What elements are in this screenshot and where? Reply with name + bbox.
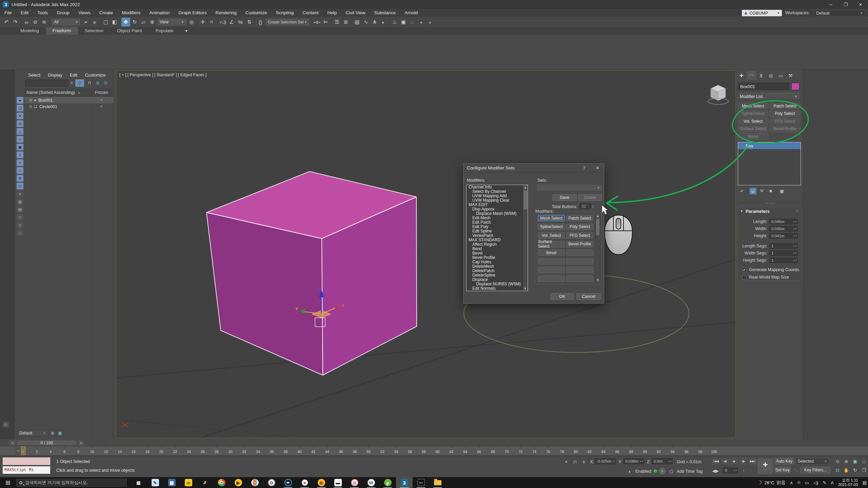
scene-object-row[interactable]: ⊙❏Circle001✳ <box>24 103 113 110</box>
menu-group[interactable]: Group <box>53 9 74 17</box>
display-frozen-icon[interactable]: ❄ <box>17 175 23 182</box>
select-and-scale-icon[interactable]: ▱ <box>139 18 148 26</box>
ribbon-tab-object-paint[interactable]: Object Paint <box>110 27 149 35</box>
menu-help[interactable]: Help <box>323 9 341 17</box>
make-unique-icon[interactable]: Ψ <box>758 188 765 195</box>
close-button[interactable]: ✕ <box>853 0 868 9</box>
taskbar-app-chrome[interactable] <box>213 477 230 488</box>
auto-key-button[interactable]: Auto Key <box>774 458 794 465</box>
panel-modifier-button[interactable]: Patch Select <box>770 103 800 109</box>
snaps-toggle-icon[interactable]: ∩3 <box>218 18 227 26</box>
filter-button[interactable]: ▽ <box>75 79 84 87</box>
menu-file[interactable]: File <box>0 9 16 17</box>
modifier-grid-button[interactable]: Vol. Select <box>538 232 565 239</box>
taskbar-app-cmd[interactable]: C:\ <box>413 477 429 488</box>
material-editor-icon[interactable]: ◐ <box>379 18 388 26</box>
panel-modifier-button[interactable]: SplineSelect <box>738 110 768 117</box>
menu-arnold[interactable]: Arnold <box>400 9 422 17</box>
taskbar-app-utorrent[interactable]: µ <box>379 477 396 488</box>
filter-config-icon[interactable]: ▽ <box>17 214 23 221</box>
panel-modifier-button[interactable]: Mesh Select <box>738 103 768 109</box>
clear-search-icon[interactable]: ✕ <box>70 80 74 85</box>
taskbar-app-camera-app[interactable]: ◎ <box>346 477 363 488</box>
scroll-up-icon[interactable]: ▲ <box>523 185 528 190</box>
set-key-button[interactable]: Set Key <box>774 467 791 473</box>
select-object-icon[interactable]: ➢ <box>81 18 90 26</box>
spinner-arrows[interactable]: ▲▼ <box>793 235 797 237</box>
display-hidden-icon[interactable]: ⊙ <box>17 183 23 189</box>
key-step-icons[interactable]: ◀▶ <box>712 467 719 474</box>
display-shapes-icon[interactable]: ❏ <box>17 105 23 111</box>
go-to-start-button[interactable]: |◀◀ <box>712 458 720 465</box>
zoom-region-icon[interactable]: ⊡ <box>833 466 842 474</box>
grid-scrollbar[interactable]: ▲ ▼ <box>595 214 600 283</box>
listbox-scrollbar[interactable]: ▲ ▼ <box>522 185 528 291</box>
show-end-result-icon[interactable]: ⊔ <box>750 188 756 195</box>
current-frame-marker[interactable] <box>21 446 25 455</box>
spinner-arrows[interactable]: ▲▼ <box>793 228 797 230</box>
scroll-up-icon[interactable]: ▲ <box>596 214 600 218</box>
isolate-selection-icon[interactable]: ⌖ <box>563 459 570 465</box>
menu-animation[interactable]: Animation <box>145 9 174 17</box>
utilities-tab[interactable]: ⚒ <box>786 71 795 80</box>
modifier-grid-button-empty[interactable] <box>566 258 593 265</box>
menu-rendering[interactable]: Rendering <box>211 9 241 17</box>
zoom-icon[interactable]: ⊙ <box>833 457 842 465</box>
object-name-field[interactable]: Box001 <box>738 83 789 90</box>
checkbox-icon[interactable] <box>742 275 747 280</box>
schematic-view-icon[interactable]: ⋔ <box>370 18 379 26</box>
maxscript-mini-listener-pink[interactable] <box>3 458 50 465</box>
set-keys-button[interactable]: ✚○─ <box>757 459 773 474</box>
panel-modifier-button[interactable]: Vol. Select <box>738 118 768 124</box>
taskbar-app-3dsmax[interactable]: 3 <box>396 477 413 488</box>
align-icon[interactable]: ⊨ <box>321 18 330 26</box>
taskbar-app-capture[interactable]: ◉ <box>313 477 330 488</box>
create-tab[interactable]: ✚ <box>736 71 746 80</box>
dialog-close-button[interactable]: ✕ <box>596 165 599 170</box>
select-and-link-icon[interactable]: ∞ <box>22 18 31 26</box>
taskbar-app-task-view[interactable]: ▦ <box>130 477 147 488</box>
save-set-button[interactable]: Save <box>552 194 577 201</box>
modifier-grid-button[interactable]: Bevel Profile <box>566 241 593 247</box>
go-to-end-button[interactable]: ▶▶| <box>749 458 757 465</box>
spinner-arrows[interactable]: ▲▼ <box>793 221 797 223</box>
menu-graph-editors[interactable]: Graph Editors <box>174 9 211 17</box>
ribbon-tab-freeform[interactable]: Freeform <box>46 27 78 35</box>
delete-set-button[interactable]: Delete <box>578 194 602 201</box>
zoom-all-icon[interactable]: ⊛ <box>842 457 850 465</box>
taskbar-app-pen-tool[interactable]: ✒ <box>280 477 296 488</box>
activeshade-icon[interactable]: ● <box>426 18 434 26</box>
box001-left-face[interactable] <box>206 212 323 375</box>
start-button[interactable]: ⊞ <box>0 477 16 488</box>
modifier-grid-button[interactable]: Mesh Select <box>538 215 565 221</box>
display-tab[interactable]: ▭ <box>776 71 786 80</box>
mirror-icon[interactable]: ◅▻ <box>313 18 321 26</box>
ok-button[interactable]: OK <box>550 293 574 300</box>
reference-coordinate-dropdown[interactable]: View▼ <box>158 19 186 25</box>
modifier-grid-button-empty[interactable] <box>538 258 565 265</box>
object-color-swatch[interactable] <box>791 83 800 90</box>
spinner-arrows[interactable]: ▲▼ <box>793 252 797 254</box>
display-geometry-icon[interactable]: ● <box>17 97 23 104</box>
frozen-toggle-icon[interactable]: ✳ <box>100 98 103 102</box>
visibility-eye-icon[interactable]: ⊙ <box>29 98 32 102</box>
name-column-header[interactable]: Name (Sorted Ascending) <box>26 90 75 95</box>
keyboard-shortcut-override-icon[interactable]: ⌗ <box>207 18 216 26</box>
explorer-column-header[interactable]: Name (Sorted Ascending) ▲ Frozen <box>24 89 113 96</box>
rendered-frame-window-icon[interactable]: ▣ <box>399 18 408 26</box>
explorer-menu-edit[interactable]: Edit <box>66 71 81 79</box>
spinner-snap-icon[interactable]: ⇅ <box>245 18 254 26</box>
network-display-icon[interactable]: ▭ <box>805 480 809 485</box>
new-container-icon[interactable]: □ <box>17 229 23 236</box>
redo-icon[interactable]: ↷ <box>11 18 20 26</box>
notification-center-icon[interactable]: ▤ <box>863 480 867 485</box>
parameter-spinner[interactable]: 1▲▼ <box>769 258 798 263</box>
frozen-column-header[interactable]: Frozen <box>95 90 108 95</box>
unlink-selection-icon[interactable]: ⊘ <box>31 18 40 26</box>
modify-tab[interactable]: ◠ <box>746 71 756 80</box>
modifier-list-dropdown[interactable]: Modifier List ▼ <box>738 93 800 100</box>
menu-customize[interactable]: Customize <box>241 9 272 17</box>
display-containers-icon[interactable]: □ <box>17 167 23 174</box>
window-crossing-icon[interactable]: ◧ <box>110 18 119 26</box>
use-pivot-point-icon[interactable]: ◎ <box>187 18 196 26</box>
